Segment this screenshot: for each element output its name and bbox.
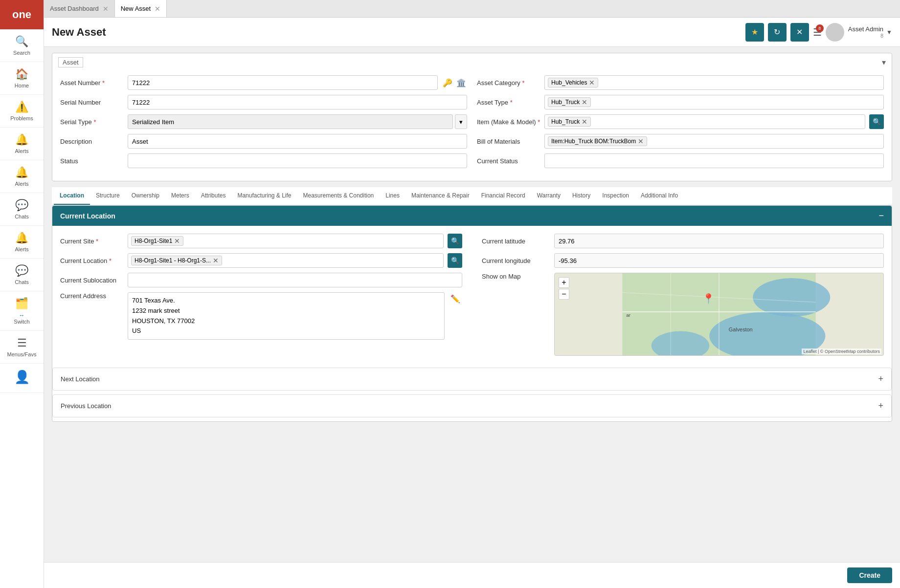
serial-type-label: Serial Type * [60, 118, 124, 126]
bill-of-materials-remove[interactable]: ✕ [638, 137, 644, 145]
tab-financial[interactable]: Financial Record [475, 187, 531, 205]
close-page-button[interactable]: ✕ [790, 23, 809, 42]
map-container[interactable]: Galveston ar + − 📍 Leaflet | © OpenStree… [554, 273, 884, 356]
asset-number-actions: 🔑 🏛️ [442, 77, 467, 88]
collapse-asset-button[interactable]: ▾ [882, 58, 886, 67]
current-site-tag: H8-Org1-Site1 ✕ [131, 236, 183, 246]
previous-location-header[interactable]: Previous Location + [53, 395, 891, 417]
asset-type-input[interactable]: Hub_Truck ✕ [544, 95, 884, 109]
next-location-expand[interactable]: + [878, 374, 883, 384]
serial-type-dropdown[interactable]: ▾ [455, 114, 467, 129]
asset-category-input[interactable]: Hub_Vehicles ✕ [544, 75, 884, 90]
bank-button[interactable]: 🏛️ [455, 77, 467, 88]
current-status-input[interactable] [544, 153, 884, 168]
tab-warranty[interactable]: Warranty [531, 187, 566, 205]
user-avatar [826, 23, 844, 42]
asset-category-remove[interactable]: ✕ [589, 79, 595, 87]
serial-number-input[interactable] [128, 95, 467, 109]
favorite-button[interactable]: ★ [745, 23, 764, 42]
asset-category-label: Asset Category * [477, 79, 540, 87]
current-latitude-row: Current latitude [482, 234, 884, 248]
tab-lines[interactable]: Lines [380, 187, 405, 205]
current-location-remove[interactable]: ✕ [213, 257, 219, 264]
next-location-header[interactable]: Next Location + [53, 368, 891, 390]
app-logo[interactable]: one [0, 0, 44, 29]
sub-tab-bar: Location Structure Ownership Meters Attr… [52, 187, 892, 205]
sidebar-item-problems[interactable]: ⚠️ Problems [0, 95, 44, 128]
current-location-label: Current Location * [60, 257, 124, 264]
sidebar-item-alerts-1[interactable]: 🔔 Alerts [0, 128, 44, 160]
svg-point-1 [753, 278, 830, 317]
address-line2: 1232 mark street [132, 306, 440, 316]
tab-ownership[interactable]: Ownership [126, 187, 165, 205]
sidebar-item-chats-2[interactable]: 💬 Chats [0, 259, 44, 291]
sidebar-item-alerts-3[interactable]: 🔔 Alerts [0, 226, 44, 259]
item-make-model-search[interactable]: 🔍 [869, 114, 884, 129]
description-input[interactable] [128, 134, 467, 149]
tab-additional-info[interactable]: Additional Info [635, 187, 684, 205]
current-location-title: Current Location [60, 212, 115, 220]
page-title: New Asset [52, 26, 106, 39]
serial-type-select[interactable]: Serialized Item [128, 114, 453, 129]
address-line1: 701 Texas Ave. [132, 296, 440, 306]
current-longitude-input[interactable] [554, 253, 884, 268]
current-site-search[interactable]: 🔍 [448, 234, 462, 248]
asset-category-row: Asset Category * Hub_Vehicles ✕ [477, 75, 884, 90]
current-status-row: Current Status [477, 153, 884, 168]
key-button[interactable]: 🔑 [442, 77, 453, 88]
sidebar-item-chats-1[interactable]: 💬 Chats [0, 193, 44, 226]
serial-number-row: Serial Number [60, 95, 467, 109]
tab-history[interactable]: History [566, 187, 596, 205]
create-button[interactable]: Create [847, 567, 892, 583]
tab-attributes[interactable]: Attributes [195, 187, 232, 205]
refresh-button[interactable]: ↻ [768, 23, 787, 42]
tab-location[interactable]: Location [54, 187, 90, 205]
asset-right-fields: Asset Category * Hub_Vehicles ✕ Ass [477, 75, 884, 173]
star-icon: ★ [751, 27, 758, 37]
sidebar-item-alerts-2[interactable]: 🔔 Alerts [0, 160, 44, 193]
current-site-input[interactable]: H8-Org1-Site1 ✕ [128, 234, 444, 248]
tab-inspection[interactable]: Inspection [596, 187, 635, 205]
item-make-model-input[interactable]: Hub_Truck ✕ [544, 114, 865, 129]
sidebar-item-menus[interactable]: ☰ Menus/Favs [0, 331, 44, 364]
tab-new-asset[interactable]: New Asset ✕ [115, 0, 167, 17]
page-content: Asset ▾ Asset Number * 🔑 🏛️ [44, 47, 900, 562]
asset-type-remove[interactable]: ✕ [582, 98, 587, 106]
menu-button[interactable]: ☰ 8 [813, 26, 822, 38]
tab-meters[interactable]: Meters [165, 187, 195, 205]
sidebar-item-home[interactable]: 🏠 Home [0, 62, 44, 95]
tab-mfg-life[interactable]: Manufacturing & Life [231, 187, 297, 205]
current-sublocation-input[interactable] [128, 273, 462, 287]
bill-of-materials-input[interactable]: Item:Hub_Truck BOM:TruckBom ✕ [544, 134, 884, 149]
current-location-search[interactable]: 🔍 [448, 253, 462, 268]
item-make-model-remove[interactable]: ✕ [582, 118, 587, 126]
asset-number-input[interactable] [128, 75, 438, 90]
tab-close-new-asset[interactable]: ✕ [155, 5, 160, 12]
current-location-input[interactable]: H8-Org1-Site1 - H8-Org1-S... ✕ [128, 253, 444, 268]
sidebar-item-label: Problems [10, 115, 33, 121]
search-icon: 🔍 [15, 35, 28, 48]
current-latitude-input[interactable] [554, 234, 884, 248]
map-zoom-out[interactable]: − [559, 289, 569, 300]
sidebar-item-label: Home [15, 83, 29, 88]
tab-structure[interactable]: Structure [90, 187, 126, 205]
tab-close-dashboard[interactable]: ✕ [103, 5, 109, 12]
sidebar-item-user-avatar[interactable]: 👤 [0, 364, 44, 393]
description-label: Description [60, 138, 124, 145]
current-location-header: Current Location − [52, 206, 892, 226]
sidebar-item-switch[interactable]: 🗂️ ↔ Switch [0, 291, 44, 331]
current-latitude-label: Current latitude [482, 238, 550, 245]
map-zoom-in[interactable]: + [559, 277, 569, 288]
edit-address-button[interactable]: ✏️ [449, 292, 462, 305]
switch-icon: 🗂️ [15, 297, 28, 310]
user-dropdown-arrow[interactable]: ▼ [886, 29, 892, 36]
minimize-location-button[interactable]: − [878, 211, 884, 221]
tab-maintenance[interactable]: Maintenance & Repair [405, 187, 475, 205]
tab-measurements[interactable]: Measurements & Condition [297, 187, 380, 205]
previous-location-expand[interactable]: + [878, 401, 883, 411]
current-site-remove[interactable]: ✕ [174, 237, 180, 245]
sidebar-item-search[interactable]: 🔍 Search [0, 29, 44, 62]
status-input[interactable] [128, 153, 467, 168]
bell-icon-2: 🔔 [15, 166, 28, 179]
tab-asset-dashboard[interactable]: Asset Dashboard ✕ [44, 0, 115, 17]
